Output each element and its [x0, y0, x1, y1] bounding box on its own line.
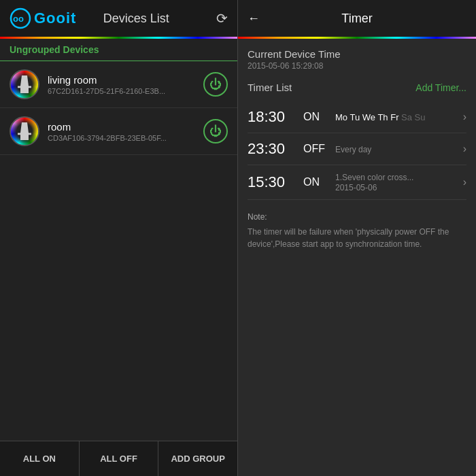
day-tu: Tu [350, 112, 362, 122]
power-btn-1[interactable]: ⏻ [203, 119, 228, 143]
left-footer: ALL ON ALL OFF ADD GROUP [0, 441, 237, 476]
right-content: Current Device Time 2015-05-06 15:29:08 … [238, 39, 476, 476]
current-device-label: Current Device Time [248, 48, 466, 60]
device-id-0: 67C2D161-27D5-21F6-2160-E3B... [48, 87, 195, 95]
chevron-right-icon-1: › [463, 143, 466, 155]
timer-item-0[interactable]: 18:30 ON Mo Tu We Th Fr Sa Su › [248, 101, 466, 133]
current-device-section: Current Device Time 2015-05-06 15:29:08 [248, 48, 466, 71]
day-fr: Fr [390, 112, 401, 122]
chevron-right-icon-0: › [463, 111, 466, 123]
back-button[interactable]: ← [248, 12, 260, 26]
logo-icon: oo [10, 7, 31, 29]
timer-list-label: Timer List [248, 82, 292, 93]
timer-action-1: OFF [303, 143, 327, 155]
all-on-button[interactable]: ALL ON [0, 441, 80, 476]
timer-time-0: 18:30 [248, 108, 295, 126]
left-header-title: Devices List [56, 12, 216, 26]
ungrouped-label: Ungrouped Devices [0, 39, 237, 61]
device-icon-0 [10, 69, 39, 99]
day-sa: Sa [401, 112, 415, 122]
timer-time-2: 15:30 [248, 173, 295, 191]
power-btn-0[interactable]: ⏻ [203, 72, 228, 97]
current-device-time: 2015-05-06 15:29:08 [248, 61, 466, 71]
device-name-0: living room [48, 74, 195, 86]
bulb-icon-0 [18, 75, 31, 93]
timer-details-0: Mo Tu We Th Fr Sa Su [335, 111, 455, 123]
timer-action-0: ON [303, 111, 327, 123]
timer-sub-2b: 2015-05-06 [335, 183, 455, 192]
chevron-right-icon-2: › [463, 176, 466, 188]
refresh-icon[interactable]: ⟳ [216, 10, 228, 27]
timer-list-header: Timer List Add Timer... [248, 82, 466, 96]
timer-action-2: ON [303, 176, 327, 188]
left-panel: oo Gooit Devices List ⟳ Ungrouped Device… [0, 0, 238, 476]
timer-sub-2a: 1.Seven color cross... [335, 173, 455, 182]
right-panel: ← Timer Current Device Time 2015-05-06 1… [238, 0, 476, 476]
timer-time-1: 23:30 [248, 140, 295, 158]
day-mo: Mo [335, 112, 350, 122]
right-header: ← Timer [238, 0, 476, 37]
add-group-button[interactable]: ADD GROUP [158, 441, 237, 476]
all-off-button[interactable]: ALL OFF [80, 441, 159, 476]
day-we: We [362, 112, 378, 122]
right-title: Timer [341, 12, 372, 26]
device-info-0: living room 67C2D161-27D5-21F6-2160-E3B.… [48, 74, 195, 95]
day-su: Su [415, 112, 426, 122]
power-symbol-0: ⏻ [209, 78, 222, 90]
day-th: Th [377, 112, 390, 122]
note-title: Note: [248, 211, 466, 223]
timer-days-0: Mo Tu We Th Fr Sa Su [335, 112, 426, 122]
note-body: The timer will be failure when 'physical… [248, 226, 466, 250]
bulb-icon-1 [18, 122, 31, 140]
note-section: Note: The timer will be failure when 'ph… [248, 211, 466, 250]
device-list: living room 67C2D161-27D5-21F6-2160-E3B.… [0, 61, 237, 441]
device-item-0: living room 67C2D161-27D5-21F6-2160-E3B.… [0, 61, 237, 108]
timer-sub-1: Every day [335, 145, 455, 154]
device-item-1: room CD3AF106-3794-2BFB-23EB-05F... ⏻ [0, 108, 237, 155]
device-id-1: CD3AF106-3794-2BFB-23EB-05F... [48, 134, 195, 142]
device-info-1: room CD3AF106-3794-2BFB-23EB-05F... [48, 121, 195, 142]
timer-item-2[interactable]: 15:30 ON 1.Seven color cross... 2015-05-… [248, 165, 466, 200]
left-header: oo Gooit Devices List ⟳ [0, 0, 237, 37]
timer-item-1[interactable]: 23:30 OFF Every day › [248, 133, 466, 165]
device-name-1: room [48, 121, 195, 133]
svg-text:oo: oo [13, 14, 24, 24]
add-timer-button[interactable]: Add Timer... [415, 82, 466, 93]
power-symbol-1: ⏻ [209, 125, 222, 137]
timer-details-2: 1.Seven color cross... 2015-05-06 [335, 172, 455, 192]
device-icon-1 [10, 116, 39, 146]
timer-details-1: Every day [335, 144, 455, 154]
